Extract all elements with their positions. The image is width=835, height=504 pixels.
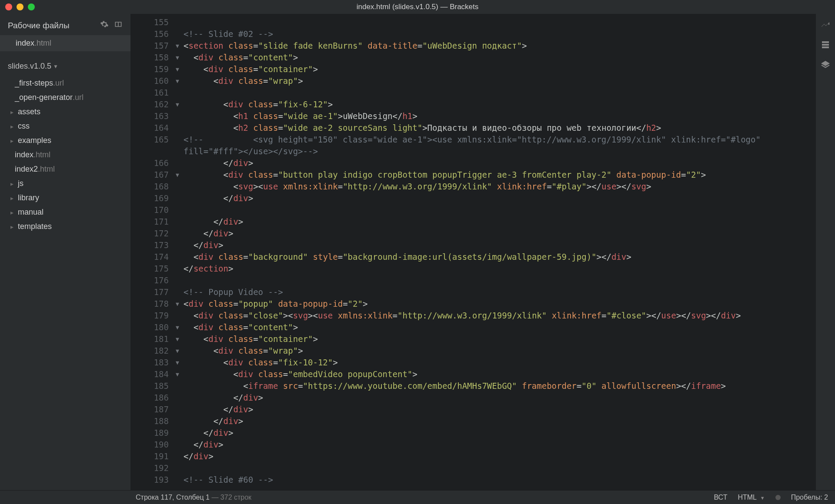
chevron-down-icon: ▼ bbox=[760, 495, 765, 501]
folder-item[interactable]: css bbox=[0, 119, 130, 133]
project-name[interactable]: slides.v1.0.5 ▼ bbox=[0, 51, 130, 74]
folder-item[interactable]: js bbox=[0, 176, 130, 191]
main-area: 1551561571581591601611621631641651661671… bbox=[130, 14, 835, 490]
working-files-label: Рабочие файлы bbox=[8, 21, 70, 30]
right-toolbar bbox=[816, 14, 835, 490]
sidebar: Рабочие файлы index.html slides.v1.0.5 ▼… bbox=[0, 14, 130, 490]
file-tree: _first-steps.url_open-generator.urlasset… bbox=[0, 74, 130, 235]
code-editor[interactable]: 1551561571581591601611621631641651661671… bbox=[130, 14, 816, 490]
gear-icon[interactable] bbox=[100, 20, 109, 31]
extension-manager-icon[interactable] bbox=[820, 40, 831, 52]
cursor-position[interactable]: Строка 117, Столбец 1 — 372 строк bbox=[136, 494, 251, 501]
working-files-list: index.html bbox=[0, 35, 130, 51]
minimize-window-button[interactable] bbox=[17, 3, 23, 10]
cursor-text: Строка 117, Столбец 1 bbox=[136, 494, 210, 501]
line-number-gutter: 1551561571581591601611621631641651661671… bbox=[130, 17, 172, 486]
app-window: index.html (slides.v1.0.5) — Brackets Ра… bbox=[0, 0, 835, 504]
file-item[interactable]: _first-steps.url bbox=[0, 76, 130, 90]
body-area: Рабочие файлы index.html slides.v1.0.5 ▼… bbox=[0, 14, 835, 490]
working-file-item[interactable]: index.html bbox=[0, 35, 130, 51]
lint-status-dot[interactable] bbox=[775, 495, 781, 500]
titlebar[interactable]: index.html (slides.v1.0.5) — Brackets bbox=[0, 0, 835, 14]
fold-column[interactable]: ▼▼▼▼▼▼▼▼▼▼▼▼ bbox=[173, 17, 182, 486]
live-preview-icon[interactable] bbox=[820, 19, 831, 32]
folder-item[interactable]: templates bbox=[0, 219, 130, 234]
folder-item[interactable]: assets bbox=[0, 105, 130, 119]
language-mode[interactable]: HTML ▼ bbox=[738, 494, 765, 501]
line-count: 372 строк bbox=[220, 494, 251, 501]
split-view-icon[interactable] bbox=[114, 20, 123, 31]
chevron-down-icon: ▼ bbox=[53, 63, 58, 70]
folder-item[interactable]: manual bbox=[0, 205, 130, 219]
file-item[interactable]: index.html bbox=[0, 148, 130, 162]
folder-item[interactable]: examples bbox=[0, 133, 130, 148]
indent-setting[interactable]: Пробелы: 2 bbox=[791, 494, 828, 501]
code-content[interactable]: <!-- Slide #02 --><section class="slide … bbox=[184, 17, 816, 486]
insert-mode[interactable]: ВСТ bbox=[714, 494, 727, 501]
statusbar: Строка 117, Столбец 1 — 372 строк ВСТ HT… bbox=[0, 490, 835, 504]
language-label: HTML bbox=[738, 494, 756, 501]
working-files-header: Рабочие файлы bbox=[0, 14, 130, 35]
folder-item[interactable]: library bbox=[0, 191, 130, 205]
layers-icon[interactable] bbox=[820, 60, 831, 73]
window-title: index.html (slides.v1.0.5) — Brackets bbox=[357, 3, 479, 11]
file-item[interactable]: _open-generator.url bbox=[0, 90, 130, 105]
file-item[interactable]: index2.html bbox=[0, 162, 130, 176]
traffic-lights bbox=[5, 3, 35, 10]
close-window-button[interactable] bbox=[5, 3, 12, 10]
maximize-window-button[interactable] bbox=[28, 3, 35, 10]
project-name-label: slides.v1.0.5 bbox=[8, 62, 51, 71]
